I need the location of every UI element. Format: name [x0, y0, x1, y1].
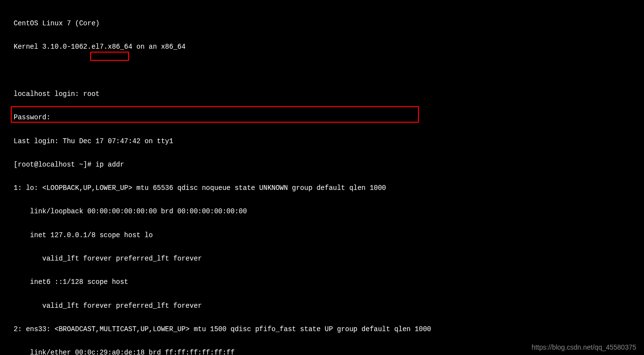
login-prompt-line: localhost login: root	[14, 90, 630, 98]
interface-lo-valid1: valid_lft forever preferred_lft forever	[14, 255, 630, 262]
command-prompt-line-1: [root@localhost ~]# ip addr	[14, 161, 630, 168]
last-login-line: Last login: Thu Dec 17 07:47:42 on tty1	[14, 137, 630, 145]
interface-lo-valid2: valid_lft forever preferred_lft forever	[14, 302, 630, 310]
watermark-text: https://blog.csdn.net/qq_45580375	[531, 343, 636, 351]
interface-ens33-header: 2: ens33: <BROADCAST,MULTICAST,UP,LOWER_…	[14, 325, 630, 333]
command-ip-addr: ip addr	[95, 161, 124, 168]
shell-prompt: [root@localhost ~]#	[14, 161, 95, 168]
blank-line	[14, 67, 630, 75]
os-info-line: CentOS Linux 7 (Core)	[14, 19, 630, 27]
terminal-output[interactable]: CentOS Linux 7 (Core) Kernel 3.10.0-1062…	[14, 4, 630, 355]
interface-lo-inet6: inet6 ::1/128 scope host	[14, 278, 630, 286]
kernel-info-line: Kernel 3.10.0-1062.el7.x86_64 on an x86_…	[14, 43, 630, 51]
interface-lo-header: 1: lo: <LOOPBACK,UP,LOWER_UP> mtu 65536 …	[14, 184, 630, 192]
password-prompt-line: Password:	[14, 113, 630, 121]
interface-lo-inet: inet 127.0.0.1/8 scope host lo	[14, 231, 630, 239]
interface-lo-link: link/loopback 00:00:00:00:00:00 brd 00:0…	[14, 207, 630, 215]
